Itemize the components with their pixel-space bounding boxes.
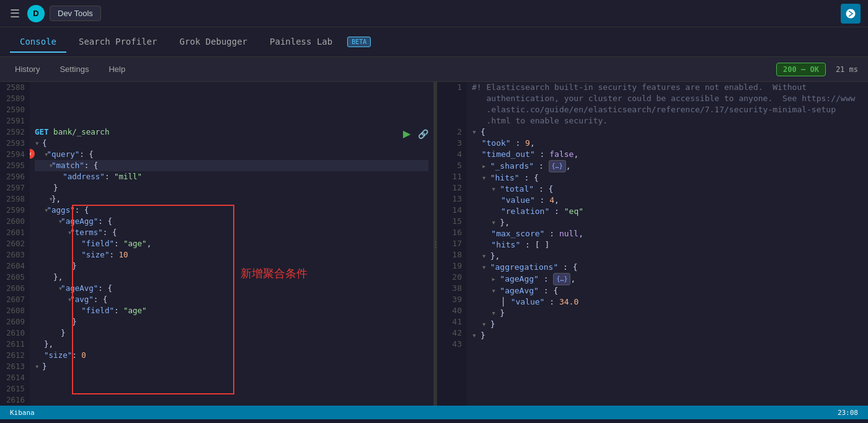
- status-kibana: Kibana: [10, 409, 35, 417]
- beta-badge: BETA: [347, 37, 371, 47]
- response-time: 21 ms: [836, 65, 858, 74]
- editor-line: [35, 372, 428, 383]
- editor-line: [35, 82, 428, 93]
- editor-line: ▾"ageAvg": {: [35, 283, 428, 294]
- tab-grok-debugger[interactable]: Grok Debugger: [169, 32, 257, 53]
- editor-line: [35, 104, 428, 115]
- output-code-area: #! Elasticsearch built-in security featu…: [467, 82, 868, 406]
- editor-line: "field": "age": [35, 305, 428, 316]
- kibana-icon: [841, 4, 861, 24]
- editor-line: ▾"terms": {: [35, 227, 428, 238]
- editor-line: [35, 93, 428, 104]
- avatar-button[interactable]: D: [27, 5, 45, 22]
- output-line: "max_score" : null,: [472, 228, 863, 239]
- top-bar: ☰ D Dev Tools: [0, 0, 868, 27]
- svg-point-0: [846, 9, 856, 18]
- editor-line: ▾}: [35, 361, 428, 372]
- editor-code-area[interactable]: ▶ 🔗 ✕ GET bank/_search ▾{ ▾"query": {: [30, 82, 433, 406]
- output-line: authentication, your cluster could be ac…: [472, 93, 863, 104]
- editor-line: },: [35, 272, 428, 283]
- editor-line: },: [35, 339, 428, 350]
- editor-line-numbers: 2588 2589 2590 2591 2592 2593 2594 2595 …: [0, 82, 30, 406]
- editor-line: ▾"query": {: [35, 149, 428, 160]
- editor-line: }: [35, 327, 428, 339]
- status-badge: 200 – OK: [776, 63, 826, 76]
- editor-line: ▾"ageAgg": {: [35, 216, 428, 227]
- output-line: ▾"ageAvg" : {: [472, 285, 863, 296]
- editor-line: "address": "mill": [35, 171, 428, 182]
- main-content: 2588 2589 2590 2591 2592 2593 2594 2595 …: [0, 82, 868, 406]
- editor-line-get: GET bank/_search: [35, 127, 428, 138]
- hamburger-icon[interactable]: ☰: [7, 4, 22, 22]
- editor-settings-button[interactable]: 🔗: [415, 127, 431, 141]
- settings-button[interactable]: Settings: [55, 62, 94, 76]
- output-line: │ "value" : 34.0: [472, 296, 863, 308]
- output-line: [472, 341, 863, 352]
- tab-console[interactable]: Console: [10, 32, 66, 53]
- output-line: ▾"aggregations" : {: [472, 262, 863, 273]
- editor-line: }: [35, 182, 428, 194]
- output-line: ▾}: [472, 330, 863, 341]
- output-line: #! Elasticsearch built-in security featu…: [472, 82, 863, 93]
- output-line: ▾},: [472, 251, 863, 262]
- status-bar: Kibana 23:08: [0, 406, 868, 419]
- output-line: "timed_out" : false,: [472, 149, 863, 160]
- run-button[interactable]: ▶: [401, 127, 413, 141]
- tab-painless-lab[interactable]: Painless Lab: [260, 32, 342, 53]
- help-button[interactable]: Help: [104, 62, 130, 76]
- output-line: "hits" : [ ]: [472, 239, 863, 251]
- output-panel: 1 2 3 4 5 11 12 13 14 15 16 17 18 19 20 …: [437, 82, 868, 406]
- tab-search-profiler[interactable]: Search Profiler: [69, 32, 167, 53]
- output-line: ▾"total" : {: [472, 184, 863, 195]
- output-line: "relation" : "eq": [472, 206, 863, 217]
- output-line-numbers: 1 2 3 4 5 11 12 13 14 15 16 17 18 19 20 …: [437, 82, 467, 406]
- editor-line: "size": 10: [35, 249, 428, 260]
- output-line: "value" : 4,: [472, 195, 863, 206]
- history-button[interactable]: History: [10, 62, 45, 76]
- output-line: ▾{: [472, 127, 863, 138]
- editor-line: [35, 394, 428, 406]
- toolbar: History Settings Help 200 – OK 21 ms: [0, 57, 868, 82]
- editor-line: }: [35, 316, 428, 327]
- output-line: ▾},: [472, 217, 863, 228]
- output-line: ▸"_shards" : {…},: [472, 160, 863, 172]
- status-time: 23:08: [838, 409, 858, 417]
- editor-content: 2588 2589 2590 2591 2592 2593 2594 2595 …: [0, 82, 433, 406]
- app-title-button[interactable]: Dev Tools: [50, 6, 101, 21]
- editor-line: ▾"match": {: [35, 160, 428, 171]
- output-line: .html to enable security.: [472, 115, 863, 127]
- editor-line: [35, 383, 428, 394]
- code-editor: 2588 2589 2590 2591 2592 2593 2594 2595 …: [0, 82, 433, 406]
- output-line: ▾}: [472, 319, 863, 330]
- output-line: ▾"hits" : {: [472, 172, 863, 184]
- editor-line: ▾"avg": {: [35, 294, 428, 305]
- editor-line: ▾"aggs": {: [35, 205, 428, 216]
- nav-tabs: Console Search Profiler Grok Debugger Pa…: [0, 27, 868, 57]
- editor-panel: 2588 2589 2590 2591 2592 2593 2594 2595 …: [0, 82, 434, 406]
- error-indicator: ✕: [30, 149, 35, 159]
- output-line: ▾}: [472, 308, 863, 319]
- editor-line: }: [35, 260, 428, 272]
- editor-line: [35, 115, 428, 127]
- editor-line: "size": 0: [35, 350, 428, 361]
- output-line: ▸"ageAgg" : {…},: [472, 273, 863, 285]
- editor-line: ▾{: [35, 138, 428, 149]
- output-line: .elastic.co/guide/en/elasticsearch/refer…: [472, 104, 863, 115]
- editor-line: ▾},: [35, 194, 428, 205]
- output-content: 1 2 3 4 5 11 12 13 14 15 16 17 18 19 20 …: [437, 82, 868, 406]
- output-line: "took" : 9,: [472, 138, 863, 149]
- editor-line: "field": "age",: [35, 238, 428, 249]
